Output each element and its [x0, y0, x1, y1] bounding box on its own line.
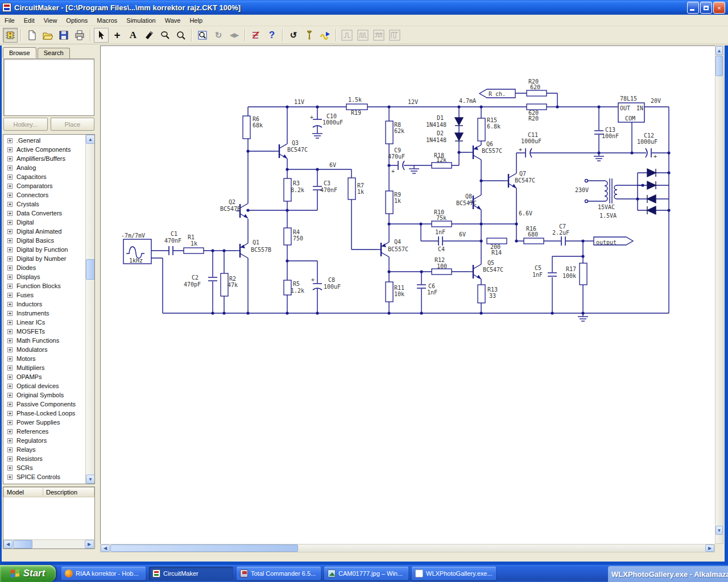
start-button[interactable]: Start: [0, 565, 56, 582]
expand-plus-icon[interactable]: [7, 138, 13, 143]
canvas-scroll-right-icon[interactable]: ▶: [705, 544, 714, 552]
menu-edit[interactable]: Edit: [19, 16, 39, 25]
save-file-icon[interactable]: [56, 28, 71, 43]
expand-plus-icon[interactable]: [7, 256, 13, 261]
expand-plus-icon[interactable]: [7, 184, 13, 189]
expand-plus-icon[interactable]: [7, 302, 13, 307]
expand-plus-icon[interactable]: [7, 202, 13, 207]
menu-simulation[interactable]: Simulation: [122, 16, 160, 25]
tree-item-amplifiers-buffers[interactable]: Amplifiers/Buffers: [3, 154, 85, 163]
expand-plus-icon[interactable]: [7, 275, 13, 280]
tree-item-resistors[interactable]: Resistors: [3, 454, 85, 463]
expand-plus-icon[interactable]: [7, 475, 13, 480]
tab-browse[interactable]: Browse: [3, 47, 36, 58]
delete-tool-icon[interactable]: [142, 28, 156, 43]
tree-scroll-up-icon[interactable]: ▲: [86, 135, 95, 144]
expand-plus-icon[interactable]: [7, 456, 13, 462]
tree-item-digital-by-function[interactable]: Digital by Function: [3, 245, 85, 254]
canvas-hscrollbar[interactable]: ◀ ▶: [100, 544, 715, 552]
menu-macros[interactable]: Macros: [92, 16, 122, 25]
expand-plus-icon[interactable]: [7, 347, 13, 352]
tree-item-fuses[interactable]: Fuses: [3, 290, 85, 300]
menu-help[interactable]: Help: [185, 16, 207, 25]
expand-plus-icon[interactable]: [7, 311, 13, 316]
tree-item-capacitors[interactable]: Capacitors: [3, 172, 85, 181]
tree-item-digital-animated[interactable]: Digital Animated: [3, 227, 85, 236]
tree-item-scrs[interactable]: SCRs: [3, 463, 85, 472]
reset-icon[interactable]: ↺: [286, 28, 301, 43]
tree-item-digital-by-number[interactable]: Digital by Number: [3, 254, 85, 263]
tree-item-active-components[interactable]: Active Components: [3, 145, 85, 154]
tab-search[interactable]: Search: [38, 48, 70, 59]
canvas-vscrollbar[interactable]: ▲ ▼: [715, 45, 723, 544]
expand-plus-icon[interactable]: [7, 165, 13, 171]
taskbar-button-firefox[interactable]: RIAA korrektor - Hob...: [61, 567, 146, 580]
expand-plus-icon[interactable]: [7, 220, 13, 225]
expand-plus-icon[interactable]: [7, 293, 13, 298]
minimize-button[interactable]: [687, 2, 699, 14]
probe-tool-icon[interactable]: [158, 28, 172, 43]
expand-plus-icon[interactable]: [7, 429, 13, 434]
tree-scroll-thumb[interactable]: [86, 259, 95, 280]
tree-item-crystals[interactable]: Crystals: [3, 199, 85, 209]
menu-file[interactable]: File: [0, 16, 19, 25]
schematic-canvas[interactable]: -7m/7mV1kHzC1470nFR11kC2470pFR247kQ1BC55…: [100, 45, 715, 544]
tree-item-instruments[interactable]: Instruments: [3, 309, 85, 318]
expand-plus-icon[interactable]: [7, 447, 13, 452]
expand-plus-icon[interactable]: [7, 193, 13, 198]
wire-tool-icon[interactable]: +: [110, 28, 125, 43]
background-window-titlebar[interactable]: WLXPhotoGallery.exe - Alkalmazá: [608, 566, 728, 582]
taskbar-button-window[interactable]: WLXPhotoGallery.exe...: [412, 567, 496, 580]
print-icon[interactable]: [72, 28, 87, 43]
expand-plus-icon[interactable]: [7, 365, 13, 371]
tree-item-connectors[interactable]: Connectors: [3, 190, 85, 199]
description-column-header[interactable]: Description: [43, 487, 94, 497]
tree-item-digital-basics[interactable]: Digital Basics: [3, 236, 85, 245]
expand-plus-icon[interactable]: [7, 156, 13, 161]
preferences-wrench-icon[interactable]: [302, 28, 317, 43]
open-file-icon[interactable]: [40, 28, 55, 43]
expand-plus-icon[interactable]: [7, 247, 13, 252]
maximize-button[interactable]: [700, 2, 712, 14]
canvas-hscroll-thumb[interactable]: [110, 544, 298, 552]
taskbar-button-image-viewer[interactable]: CAM01777.jpg – Win...: [324, 567, 408, 580]
canvas-scroll-up-icon[interactable]: ▲: [715, 46, 723, 55]
expand-plus-icon[interactable]: [7, 320, 13, 325]
expand-plus-icon[interactable]: [7, 420, 13, 425]
tree-item--general[interactable]: .General: [3, 136, 85, 145]
new-file-icon[interactable]: [24, 28, 39, 43]
expand-plus-icon[interactable]: [7, 356, 13, 361]
tree-item-relays[interactable]: Relays: [3, 445, 85, 454]
tree-scrollbar[interactable]: ▲ ▼: [85, 135, 94, 484]
expand-plus-icon[interactable]: [7, 265, 13, 271]
tree-item-references[interactable]: References: [3, 427, 85, 436]
model-scroll-thumb[interactable]: [13, 540, 32, 548]
tree-item-phase-locked-loops[interactable]: Phase-Locked Loops: [3, 409, 85, 418]
expand-plus-icon[interactable]: [7, 393, 13, 398]
model-column-header[interactable]: Model: [3, 487, 43, 497]
expand-plus-icon[interactable]: [7, 375, 13, 380]
mirror-icon[interactable]: ◀▶: [227, 28, 242, 43]
expand-plus-icon[interactable]: [7, 147, 13, 152]
tree-item-function-blocks[interactable]: Function Blocks: [3, 281, 85, 290]
expand-plus-icon[interactable]: [7, 211, 13, 216]
digital-analog-switch-icon[interactable]: [249, 28, 263, 43]
tree-item-digital[interactable]: Digital: [3, 218, 85, 227]
tree-item-math-functions[interactable]: Math Functions: [3, 336, 85, 345]
expand-plus-icon[interactable]: [7, 284, 13, 289]
canvas-vscroll-thumb[interactable]: [715, 56, 723, 76]
tree-item-spice-controls[interactable]: SPICE Controls: [3, 472, 85, 481]
browse-parts-icon[interactable]: [3, 28, 18, 43]
canvas-scroll-down-icon[interactable]: ▼: [715, 526, 723, 535]
expand-plus-icon[interactable]: [7, 438, 13, 443]
expand-plus-icon[interactable]: [7, 174, 13, 180]
tree-item-regulators[interactable]: Regulators: [3, 436, 85, 445]
tree-scroll-down-icon[interactable]: ▼: [86, 475, 95, 484]
tree-item-inductors[interactable]: Inductors: [3, 300, 85, 309]
expand-plus-icon[interactable]: [7, 329, 13, 334]
tree-item-linear-ics[interactable]: Linear ICs: [3, 318, 85, 327]
close-button[interactable]: ×: [713, 2, 725, 14]
tree-item-modulators[interactable]: Modulators: [3, 345, 85, 354]
tree-item-mosfets[interactable]: MOSFETs: [3, 327, 85, 336]
tree-item-optical-devices[interactable]: Optical devices: [3, 381, 85, 390]
